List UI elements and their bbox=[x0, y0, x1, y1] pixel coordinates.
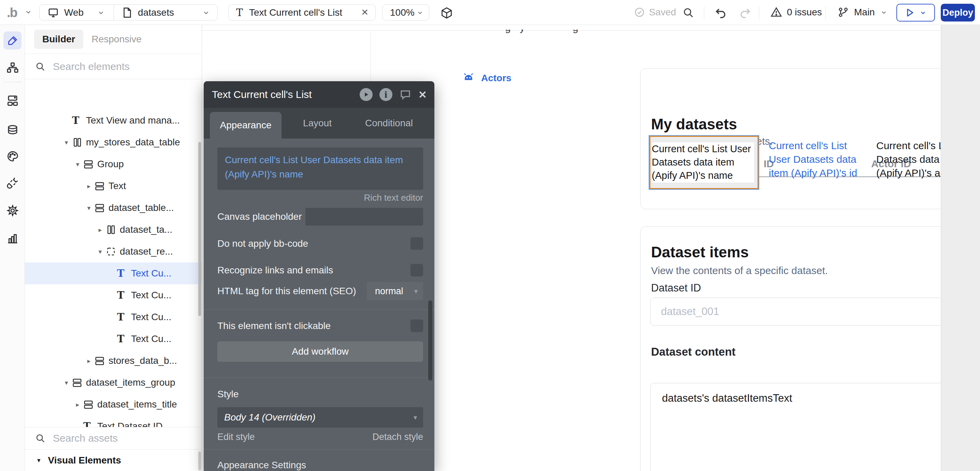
tree-item-text-cu-[interactable]: TText Cu... bbox=[25, 328, 202, 350]
tree-item-dataset-ta-[interactable]: ▸dataset_ta... bbox=[25, 219, 202, 240]
chevron-down-icon[interactable] bbox=[97, 8, 105, 17]
property-editor-scrollbar[interactable] bbox=[428, 300, 432, 380]
play-icon bbox=[905, 8, 915, 18]
rail-styles-tab[interactable] bbox=[3, 147, 22, 165]
tree-item-dataset-table-[interactable]: ▾dataset_table... bbox=[25, 197, 202, 219]
redo-icon[interactable] bbox=[739, 7, 751, 19]
issues-indicator[interactable]: 0 issues bbox=[770, 6, 822, 18]
assets-section-visual-elements[interactable]: ▾ Visual Elements bbox=[25, 449, 202, 471]
tree-expand-arrow[interactable]: ▾ bbox=[61, 379, 72, 387]
branch-label: Main bbox=[854, 7, 875, 18]
platform-dropdown[interactable]: Web bbox=[64, 7, 84, 18]
close-icon[interactable]: ✕ bbox=[361, 7, 369, 18]
group-element-icon bbox=[83, 159, 94, 169]
close-icon[interactable]: ✕ bbox=[418, 89, 427, 101]
html-tag-dropdown[interactable]: normal ▾ bbox=[367, 282, 423, 300]
rich-text-value[interactable]: Current cell's List User Datasets data i… bbox=[217, 148, 423, 190]
tab-builder[interactable]: Builder bbox=[34, 30, 83, 49]
text-element-icon: T bbox=[236, 6, 243, 18]
comment-icon[interactable] bbox=[399, 88, 412, 101]
tree-expand-arrow[interactable]: ▾ bbox=[83, 204, 94, 212]
divider bbox=[204, 377, 434, 378]
tree-item-my-stores-data-table[interactable]: ▾my_stores_data_table bbox=[25, 131, 202, 153]
recognize-links-checkbox[interactable] bbox=[410, 264, 423, 277]
preview-button[interactable] bbox=[896, 4, 935, 22]
element-selector[interactable]: T Text Current cell's List ✕ bbox=[228, 5, 376, 21]
tree-expand-arrow[interactable]: ▸ bbox=[94, 226, 106, 234]
search-assets-field[interactable]: Search assets bbox=[25, 427, 202, 449]
detach-style-link[interactable]: Detach style bbox=[372, 432, 423, 442]
tree-item-label: dataset_table... bbox=[108, 202, 174, 213]
tab-responsive[interactable]: Responsive bbox=[91, 34, 141, 45]
tree-item-text-view-and-mana-[interactable]: TText View and mana... bbox=[25, 110, 202, 131]
appearance-settings-section[interactable]: Appearance Settings bbox=[217, 460, 423, 471]
canvas-placeholder-input[interactable] bbox=[305, 208, 423, 226]
info-icon[interactable]: i bbox=[379, 88, 392, 101]
rail-design-tab[interactable] bbox=[3, 32, 22, 49]
dataset-id-input[interactable] bbox=[651, 298, 974, 326]
search-icon[interactable] bbox=[682, 7, 694, 18]
chevron-down-icon[interactable] bbox=[202, 8, 210, 17]
canvas-outside-gutter bbox=[941, 25, 980, 471]
component-cube-icon[interactable] bbox=[441, 7, 453, 19]
tree-item-stores-data-b-[interactable]: ▸stores_data_b... bbox=[25, 350, 202, 372]
rail-settings-tab[interactable] bbox=[3, 201, 22, 220]
tree-item-dataset-items-title[interactable]: ▸dataset_items_title bbox=[25, 393, 202, 415]
tree-item-dataset-items-group[interactable]: ▾dataset_items_group bbox=[25, 372, 202, 393]
tree-expand-arrow[interactable]: ▸ bbox=[72, 401, 83, 409]
tree-expand-arrow[interactable]: ▸ bbox=[83, 357, 94, 365]
divider bbox=[826, 6, 826, 19]
tree-item-text-datasets[interactable]: TText Datasets bbox=[25, 105, 202, 110]
add-workflow-button[interactable]: Add workflow bbox=[217, 341, 423, 362]
app-sidebar-divider bbox=[371, 31, 371, 81]
rich-text-editor-link[interactable]: Rich text editor bbox=[217, 193, 423, 203]
app-sidebar-item-actors[interactable]: Actors bbox=[463, 73, 512, 84]
tab-layout[interactable]: Layout bbox=[282, 108, 353, 138]
dataset-items-card: Dataset items View the contents of a spe… bbox=[640, 226, 980, 471]
saved-label: Saved bbox=[649, 7, 676, 18]
selected-text-element-name-cell[interactable]: Current cell's List User Datasets data i… bbox=[649, 136, 759, 189]
text-element-icon: T bbox=[117, 334, 128, 344]
tree-expand-arrow[interactable]: ▾ bbox=[61, 138, 72, 146]
table-cell-id[interactable]: Current cell's List User Datasets data i… bbox=[769, 139, 871, 180]
element-selector-value: Text Current cell's List bbox=[249, 7, 342, 18]
divider bbox=[204, 310, 434, 310]
tree-expand-arrow[interactable]: ▾ bbox=[72, 161, 83, 168]
property-editor-titlebar[interactable]: Text Current cell's List i ✕ bbox=[204, 81, 434, 108]
chevron-down-icon: ▾ bbox=[37, 456, 41, 464]
search-elements-field[interactable]: Search elements bbox=[25, 54, 202, 79]
rail-workflow-tab[interactable] bbox=[3, 58, 22, 76]
tree-item-text-cu-[interactable]: TText Cu... bbox=[25, 306, 202, 328]
undo-icon[interactable] bbox=[714, 7, 727, 19]
tree-expand-arrow[interactable]: ▾ bbox=[94, 248, 106, 256]
edit-style-link[interactable]: Edit style bbox=[217, 432, 255, 442]
tree-item-text-cu-[interactable]: TText Cu... bbox=[25, 284, 202, 306]
deploy-button[interactable]: Deploy bbox=[941, 4, 975, 22]
chevron-down-icon[interactable] bbox=[24, 8, 33, 16]
tree-item-dataset-re-[interactable]: ▾dataset_re... bbox=[25, 240, 202, 263]
tree-item-text[interactable]: ▸Text bbox=[25, 175, 202, 197]
assets-scrollbar[interactable] bbox=[198, 452, 201, 470]
style-dropdown[interactable]: Body 14 (Overridden) ▾ bbox=[217, 407, 423, 428]
not-clickable-checkbox[interactable] bbox=[410, 320, 423, 332]
tree-scrollbar[interactable] bbox=[198, 142, 201, 316]
tree-item-group[interactable]: ▾Group bbox=[25, 153, 202, 175]
tab-appearance[interactable]: Appearance bbox=[210, 112, 282, 138]
rail-data-tab[interactable] bbox=[3, 121, 22, 140]
tab-conditional[interactable]: Conditional bbox=[353, 108, 425, 138]
tree-item-label: my_stores_data_table bbox=[86, 137, 180, 148]
rail-components-tab[interactable] bbox=[3, 91, 22, 110]
tree-item-text-cu-[interactable]: TText Cu... bbox=[25, 263, 202, 284]
zoom-control[interactable]: 100% bbox=[382, 5, 429, 21]
page-dropdown[interactable]: datasets bbox=[138, 7, 174, 18]
palette-icon bbox=[6, 150, 19, 162]
rail-plugins-tab[interactable] bbox=[3, 174, 22, 192]
bb-code-checkbox[interactable] bbox=[410, 237, 423, 250]
rail-logs-tab[interactable] bbox=[3, 229, 22, 247]
branch-selector[interactable]: Main bbox=[838, 6, 888, 18]
tree-expand-arrow[interactable]: ▸ bbox=[83, 182, 94, 190]
bubble-logo[interactable]: .b bbox=[7, 5, 17, 20]
search-icon bbox=[35, 433, 45, 443]
preview-element-icon[interactable] bbox=[360, 88, 372, 101]
columns-element-icon bbox=[106, 224, 117, 235]
